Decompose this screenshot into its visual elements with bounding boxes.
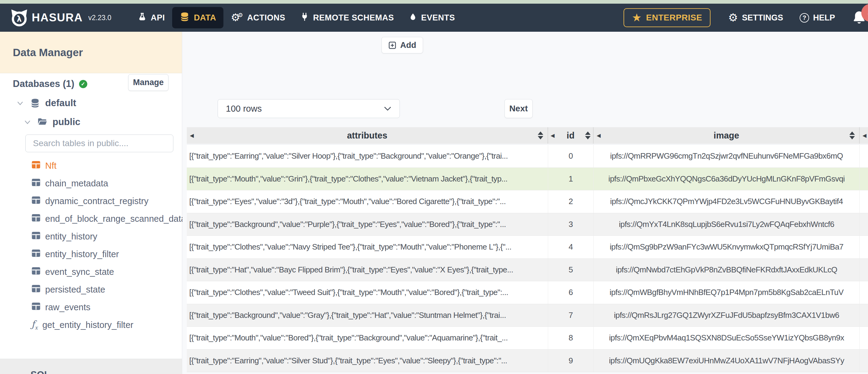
sort-icon[interactable] xyxy=(585,131,591,139)
manage-button[interactable]: Manage xyxy=(128,74,168,91)
cell-id[interactable]: 3 xyxy=(548,213,594,236)
table-icon xyxy=(31,160,40,172)
sidebar-item-entity_history_filter[interactable]: entity_history_filter xyxy=(0,245,182,263)
nav-item-remote-schemas[interactable]: REMOTE SCHEMAS xyxy=(293,7,401,28)
column-header-image[interactable]: ◀ image xyxy=(594,127,860,144)
table-icon xyxy=(31,231,40,242)
cell-image[interactable]: ipfs://QmSg9bPzW9anFYc3wWU5KnvymwkxQTpmq… xyxy=(594,236,860,258)
table-row-8[interactable]: [{"trait_type":"Mouth","value":"Bored"},… xyxy=(187,327,868,350)
sidebar-item-chain_metadata[interactable]: chain_metadata xyxy=(0,175,182,192)
cell-attributes[interactable]: [{"trait_type":"Clothes","value":"Tweed … xyxy=(187,281,548,304)
cell-image[interactable]: ipfs://QmNwbd7ctEhGpVkP8nZvBBQfiNeFKRdxf… xyxy=(594,259,860,281)
table-row-5[interactable]: [{"trait_type":"Hat","value":"Bayc Flipp… xyxy=(187,259,868,282)
nav-item-events[interactable]: EVENTS xyxy=(401,7,462,28)
cell-id[interactable]: 8 xyxy=(548,327,594,349)
sidebar-item-nft[interactable]: Nft xyxy=(0,157,182,175)
table-row-1[interactable]: [{"trait_type":"Mouth","value":"Grin"},{… xyxy=(187,168,868,191)
cell-attributes[interactable]: [{"trait_type":"Eyes","value":"3d"},{"tr… xyxy=(187,190,548,213)
cell-id[interactable]: 7 xyxy=(548,304,594,327)
sql-section-label[interactable]: SQL xyxy=(31,369,50,374)
cell-attributes[interactable]: [{"trait_type":"Earring","value":"Silver… xyxy=(187,145,548,167)
sidebar-item-raw_events[interactable]: raw_events xyxy=(0,298,182,316)
cell-attributes[interactable]: [{"trait_type":"Clothes","value":"Navy S… xyxy=(187,236,548,258)
column-header-id[interactable]: ◀ id xyxy=(548,127,594,144)
cell-attributes[interactable]: [{"trait_type":"Mouth","value":"Grin"},{… xyxy=(187,168,548,190)
sidebar-item-entity_history[interactable]: entity_history xyxy=(0,227,182,245)
table-row-3[interactable]: [{"trait_type":"Background","value":"Pur… xyxy=(187,213,868,236)
table-row-7[interactable]: [{"trait_type":"Background","value":"Gra… xyxy=(187,304,868,327)
cell-image[interactable]: ipfs://QmRRPWG96cmgTn2qSzjwr2qvfNEuhunv6… xyxy=(594,145,860,167)
collapse-column-icon[interactable]: ◀ xyxy=(551,133,555,138)
tree-node-database-default[interactable]: default xyxy=(17,95,76,111)
flask-icon xyxy=(138,12,147,24)
help-button[interactable]: ? HELP xyxy=(800,13,835,23)
cell-extra xyxy=(860,350,868,372)
add-row-button[interactable]: Add xyxy=(381,37,423,53)
sort-icon[interactable] xyxy=(538,131,543,139)
sidebar-item-persisted_state[interactable]: persisted_state xyxy=(0,281,182,298)
collapse-column-icon[interactable]: ◀ xyxy=(597,133,601,138)
chevron-down-icon[interactable] xyxy=(17,101,23,105)
tree-node-schema-public[interactable]: public xyxy=(24,114,80,130)
table-row-0[interactable]: [{"trait_type":"Earring","value":"Silver… xyxy=(187,145,868,168)
window-top-strip xyxy=(0,0,868,4)
cell-id[interactable]: 4 xyxy=(548,236,594,258)
notifications-button[interactable]: 8 xyxy=(851,9,867,26)
cell-image[interactable]: ipfs://QmWBgfBhyVmHNhBfEQ7p1P4Mpn7pm5b8K… xyxy=(594,281,860,304)
cell-extra xyxy=(860,259,868,281)
cell-image[interactable]: ipfs://QmYxT4LnK8sqLupjbS6eRvu1si7Ly2wFQ… xyxy=(594,213,860,236)
sort-icon[interactable] xyxy=(849,131,855,139)
column-header-next[interactable]: ◀ xyxy=(860,127,868,144)
cell-extra xyxy=(860,281,868,304)
nav-item-data[interactable]: DATA xyxy=(172,7,223,28)
data-table: ◀ attributes ◀ id ◀ image ◀ [{"trait_typ… xyxy=(187,127,868,372)
table-row-2[interactable]: [{"trait_type":"Eyes","value":"3d"},{"tr… xyxy=(187,190,868,213)
enterprise-label: ENTERPRISE xyxy=(646,13,702,23)
collapse-column-icon[interactable]: ◀ xyxy=(190,133,194,138)
cell-id[interactable]: 5 xyxy=(548,259,594,281)
sidebar-item-dynamic_contract_registry[interactable]: dynamic_contract_registry xyxy=(0,192,182,210)
table-header-row: ◀ attributes ◀ id ◀ image ◀ xyxy=(187,127,868,145)
column-header-attributes[interactable]: ◀ attributes xyxy=(187,127,548,144)
nav-item-api[interactable]: API xyxy=(130,7,173,28)
cell-image[interactable]: ipfs://QmUQgKka8EW7exiUHnMwZ4UoXA11wV7NF… xyxy=(594,350,860,372)
table-row-4[interactable]: [{"trait_type":"Clothes","value":"Navy S… xyxy=(187,236,868,259)
next-page-button[interactable]: Next xyxy=(504,99,533,118)
search-tables-input[interactable] xyxy=(25,134,173,152)
cell-id[interactable]: 2 xyxy=(548,190,594,213)
enterprise-button[interactable]: ★ ENTERPRISE xyxy=(623,8,711,27)
sidebar-item-get_entity_history_filter[interactable]: ƒx get_entity_history_filter xyxy=(0,316,182,334)
settings-button[interactable]: ⚙ SETTINGS xyxy=(728,12,783,23)
cell-extra xyxy=(860,304,868,327)
brand-name: HASURA xyxy=(32,11,83,24)
rows-per-page-select[interactable]: 100 rows xyxy=(218,99,400,118)
schema-name: public xyxy=(53,117,80,127)
sidebar-title: Data Manager xyxy=(0,32,182,73)
chevron-down-icon[interactable] xyxy=(24,120,31,124)
cell-extra xyxy=(860,168,868,190)
table-icon xyxy=(31,249,40,260)
cell-image[interactable]: ipfs://QmPbxeGcXhYQQNgsC6a36dDyYUcHgMLnG… xyxy=(594,168,860,190)
folder-open-icon xyxy=(37,117,48,127)
nav-item-actions[interactable]: ⚙⚙ ACTIONS xyxy=(223,7,293,28)
hasura-logo[interactable]: λ HASURA v2.23.0 xyxy=(10,9,112,27)
sidebar-item-event_sync_state[interactable]: event_sync_state xyxy=(0,263,182,281)
cell-image[interactable]: ipfs://QmXEqPbvM4aq1SQSXN8DSuEcSo5SseYW1… xyxy=(594,327,860,349)
table-row-6[interactable]: [{"trait_type":"Clothes","value":"Tweed … xyxy=(187,281,868,304)
cell-attributes[interactable]: [{"trait_type":"Background","value":"Gra… xyxy=(187,304,548,327)
cell-attributes[interactable]: [{"trait_type":"Hat","value":"Bayc Flipp… xyxy=(187,259,548,281)
main-content: Add 100 rows Next ◀ attributes ◀ id ◀ im… xyxy=(183,32,868,374)
database-icon xyxy=(180,11,190,24)
cell-attributes[interactable]: [{"trait_type":"Background","value":"Pur… xyxy=(187,213,548,236)
cell-attributes[interactable]: [{"trait_type":"Mouth","value":"Bored"},… xyxy=(187,327,548,349)
sidebar-item-end_of_block_range_scanned_data[interactable]: end_of_block_range_scanned_data xyxy=(0,210,182,227)
collapse-column-icon[interactable]: ◀ xyxy=(863,133,866,138)
cell-id[interactable]: 1 xyxy=(548,168,594,190)
cell-attributes[interactable]: [{"trait_type":"Earring","value":"Silver… xyxy=(187,350,548,372)
cell-image[interactable]: ipfs://QmcJYkCKK7QPmYWjp4FD2e3Lv5WCGFuHN… xyxy=(594,190,860,213)
table-row-9[interactable]: [{"trait_type":"Earring","value":"Silver… xyxy=(187,350,868,372)
cell-id[interactable]: 9 xyxy=(548,350,594,372)
cell-id[interactable]: 0 xyxy=(548,145,594,167)
cell-id[interactable]: 6 xyxy=(548,281,594,304)
cell-image[interactable]: ipfs://QmRsJLrg27GQ1ZWyrXZFuJFdU5bapfzsy… xyxy=(594,304,860,327)
